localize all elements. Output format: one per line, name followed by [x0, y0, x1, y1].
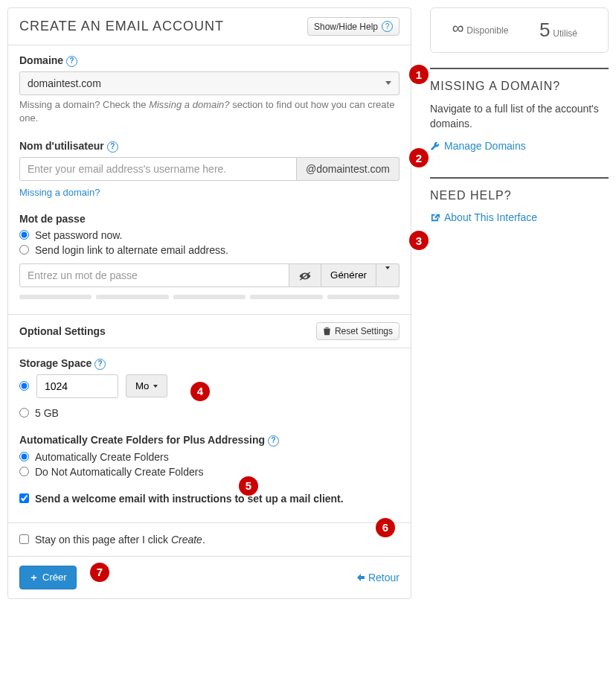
- create-button[interactable]: ＋ Créer: [19, 566, 77, 589]
- password-now-label: Set password now.: [35, 229, 123, 241]
- stats-panel: ∞ Disponible 5 Utilisé: [430, 7, 609, 53]
- question-icon[interactable]: ?: [66, 56, 77, 67]
- chevron-down-icon: [385, 81, 391, 85]
- annotation-1: 1: [409, 65, 429, 84]
- storage-preset-radio[interactable]: [19, 408, 29, 418]
- arrow-left-icon: [356, 573, 365, 582]
- available-label: Disponible: [466, 25, 508, 36]
- plus-addressing-label-text: Automatically Create Folders for Plus Ad…: [19, 434, 265, 446]
- password-input[interactable]: [19, 263, 289, 287]
- storage-label-text: Storage Space: [19, 357, 92, 369]
- storage-label: Storage Space ?: [19, 357, 400, 370]
- domain-selected-value: domaintest.com: [28, 77, 101, 89]
- about-interface-label: About This Interface: [444, 211, 537, 223]
- page-title: CREATE AN EMAIL ACCOUNT: [19, 19, 224, 34]
- annotation-6: 6: [376, 518, 395, 537]
- storage-unit-label: Mo: [135, 380, 150, 391]
- password-options-dropdown[interactable]: [376, 263, 400, 287]
- manage-domains-label: Manage Domains: [444, 140, 526, 152]
- welcome-email-label: Send a welcome email with instructions t…: [35, 493, 344, 505]
- missing-domain-title: MISSING A DOMAIN?: [430, 80, 609, 93]
- toggle-help-button[interactable]: Show/Hide Help ?: [307, 17, 400, 36]
- plus-noauto-label: Do Not Automatically Create Folders: [35, 466, 203, 478]
- question-icon[interactable]: ?: [268, 435, 279, 447]
- optional-settings-title: Optional Settings: [19, 325, 106, 337]
- password-visibility-toggle[interactable]: [289, 263, 321, 287]
- need-help-title: NEED HELP?: [430, 189, 609, 202]
- password-now-radio[interactable]: [19, 230, 29, 240]
- toggle-help-label: Show/Hide Help: [314, 22, 378, 32]
- annotation-2: 2: [409, 148, 429, 167]
- password-link-label: Send login link to alternate email addre…: [35, 244, 228, 256]
- chevron-down-icon: [385, 266, 390, 281]
- storage-unit-dropdown[interactable]: Mo: [126, 374, 167, 397]
- plus-noauto-radio[interactable]: [19, 467, 29, 476]
- infinity-icon: ∞: [452, 19, 464, 37]
- annotation-3: 3: [409, 231, 429, 250]
- used-label: Utilisé: [553, 28, 577, 39]
- annotation-4: 4: [190, 382, 210, 401]
- stay-on-page-label: Stay on this page after I click Create.: [35, 534, 205, 546]
- create-button-label: Créer: [42, 572, 67, 583]
- question-icon: ?: [382, 21, 393, 32]
- about-interface-link[interactable]: About This Interface: [430, 211, 609, 223]
- username-label-text: Nom d'utilisateur: [19, 140, 104, 152]
- password-label: Mot de passe: [19, 213, 400, 225]
- plus-auto-label: Automatically Create Folders: [35, 451, 169, 463]
- username-domain-addon: @domaintest.com: [297, 157, 400, 181]
- missing-domain-text: Navigate to a full list of the account's…: [430, 102, 609, 131]
- question-icon[interactable]: ?: [94, 359, 106, 370]
- username-label: Nom d'utilisateur ?: [19, 140, 400, 153]
- chevron-down-icon: [153, 385, 158, 388]
- trash-icon: [323, 327, 331, 336]
- wrench-icon: [430, 141, 440, 151]
- reset-settings-button[interactable]: Reset Settings: [316, 322, 400, 340]
- reset-settings-label: Reset Settings: [335, 326, 393, 336]
- domain-label: Domaine ?: [19, 54, 400, 67]
- missing-domain-link[interactable]: Missing a domain?: [19, 187, 100, 198]
- generate-password-button[interactable]: Générer: [321, 263, 376, 287]
- domain-label-text: Domaine: [19, 54, 63, 66]
- question-icon[interactable]: ?: [107, 141, 118, 153]
- plus-icon: ＋: [29, 571, 39, 584]
- storage-custom-radio[interactable]: [19, 381, 29, 391]
- manage-domains-link[interactable]: Manage Domains: [430, 140, 609, 152]
- annotation-7: 7: [90, 563, 109, 582]
- domain-help-text: Missing a domain? Check the Missing a do…: [19, 98, 400, 125]
- annotation-5: 5: [239, 476, 258, 496]
- welcome-email-checkbox[interactable]: [19, 493, 29, 503]
- username-input[interactable]: [19, 157, 297, 181]
- storage-value-input[interactable]: [36, 374, 118, 398]
- password-link-radio[interactable]: [19, 245, 29, 255]
- plus-auto-radio[interactable]: [19, 452, 29, 461]
- stay-on-page-checkbox[interactable]: [19, 534, 29, 544]
- eye-slash-icon: [298, 271, 312, 281]
- plus-addressing-label: Automatically Create Folders for Plus Ad…: [19, 434, 400, 447]
- back-link[interactable]: Retour: [356, 572, 400, 583]
- used-count: 5: [539, 19, 550, 41]
- external-link-icon: [430, 213, 440, 223]
- back-link-label: Retour: [368, 572, 400, 583]
- domain-select[interactable]: domaintest.com: [19, 71, 400, 95]
- storage-preset-label: 5 GB: [35, 407, 59, 419]
- password-strength-meter: [19, 295, 400, 299]
